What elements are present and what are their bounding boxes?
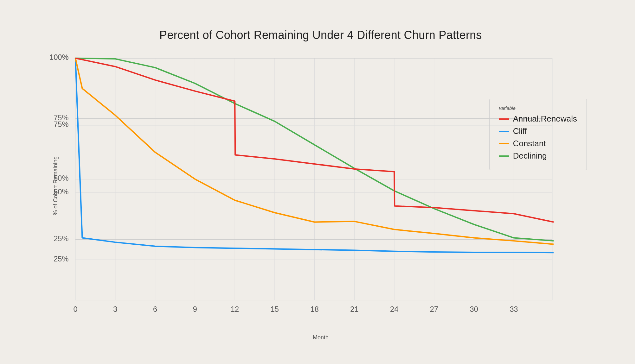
svg-text:21: 21: [350, 305, 358, 313]
annual-renewals-legend-label: Annual.Renewals: [513, 114, 577, 124]
svg-text:0: 0: [73, 305, 77, 313]
legend-title: variable: [499, 105, 577, 111]
y-axis-label: % of Cohort Remaining: [52, 156, 59, 215]
legend-item-declining: Declining: [499, 151, 577, 161]
constant-legend-label: Constant: [513, 139, 546, 148]
x-axis-label: Month: [313, 334, 329, 341]
svg-text:24: 24: [390, 305, 398, 313]
chart-title: Percent of Cohort Remaining Under 4 Diff…: [48, 28, 593, 42]
declining-legend-label: Declining: [513, 151, 547, 161]
chart-area: % of Cohort Remaining Month: [48, 48, 593, 323]
svg-text:18: 18: [311, 305, 319, 313]
svg-text:9: 9: [193, 305, 197, 313]
svg-text:15: 15: [271, 305, 279, 313]
legend-item-cliff: Cliff: [499, 126, 577, 136]
annual-renewals-legend-color: [499, 118, 509, 120]
svg-text:25%: 25%: [54, 235, 68, 243]
cliff-legend-label: Cliff: [513, 126, 527, 136]
svg-text:33: 33: [510, 305, 518, 313]
svg-text:30: 30: [470, 305, 478, 313]
svg-text:27: 27: [430, 305, 438, 313]
svg-text:3: 3: [113, 305, 117, 313]
svg-text:100%: 100%: [49, 53, 69, 61]
constant-legend-color: [499, 143, 509, 144]
legend-item-annual: Annual.Renewals: [499, 114, 577, 124]
legend-item-constant: Constant: [499, 139, 577, 148]
chart-legend: variable Annual.Renewals Cliff Constant …: [489, 99, 587, 170]
chart-container: Percent of Cohort Remaining Under 4 Diff…: [16, 16, 619, 348]
svg-text:6: 6: [153, 305, 157, 313]
svg-text:75%: 75%: [54, 114, 68, 122]
declining-legend-color: [499, 155, 509, 157]
chart-svg: 100% 75% 50% 25% 0 3 6 9 12 15 18 21 24 …: [48, 48, 593, 323]
cliff-legend-color: [499, 131, 509, 132]
svg-text:12: 12: [231, 305, 239, 313]
svg-text:25%: 25%: [54, 255, 68, 263]
